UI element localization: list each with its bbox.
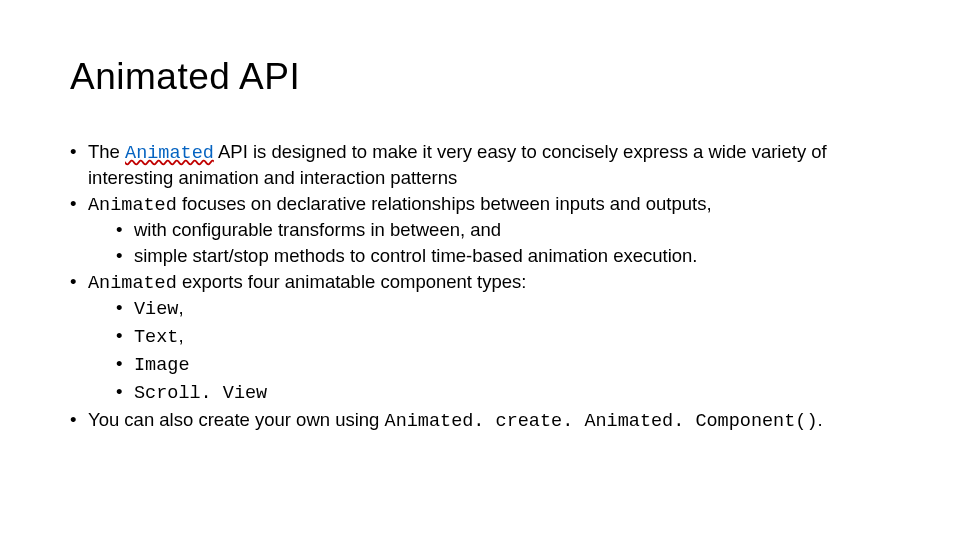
text: with configurable transforms in between,…	[134, 219, 501, 240]
bullet-list: The Animated API is designed to make it …	[70, 140, 890, 435]
slide-content: The Animated API is designed to make it …	[70, 140, 890, 435]
text: .	[818, 409, 823, 430]
sub-bullet-list: View, Text, Image Scroll. View	[88, 296, 890, 406]
sub-bullet-item: View,	[116, 296, 890, 322]
code-text: Animated. create. Animated. Component()	[385, 411, 818, 432]
sub-bullet-item: Scroll. View	[116, 380, 890, 406]
sub-bullet-item: Text,	[116, 324, 890, 350]
bullet-item: The Animated API is designed to make it …	[70, 140, 890, 190]
code-text: Animated	[88, 195, 177, 216]
text: ,	[178, 297, 183, 318]
text: You can also create your own using	[88, 409, 385, 430]
text: The	[88, 141, 125, 162]
sub-bullet-item: with configurable transforms in between,…	[116, 218, 890, 242]
bullet-item: Animated exports four animatable compone…	[70, 270, 890, 406]
animated-link[interactable]: Animated	[125, 143, 214, 164]
bullet-item: Animated focuses on declarative relation…	[70, 192, 890, 268]
code-text: Image	[134, 355, 190, 376]
text: exports four animatable component types:	[177, 271, 527, 292]
text: simple start/stop methods to control tim…	[134, 245, 698, 266]
sub-bullet-list: with configurable transforms in between,…	[88, 218, 890, 268]
bullet-item: You can also create your own using Anima…	[70, 408, 890, 434]
code-text: View	[134, 299, 178, 320]
text: focuses on declarative relationships bet…	[177, 193, 712, 214]
text: ,	[178, 325, 183, 346]
slide: Animated API The Animated API is designe…	[0, 0, 960, 540]
sub-bullet-item: Image	[116, 352, 890, 378]
slide-title: Animated API	[70, 56, 890, 98]
code-text: Text	[134, 327, 178, 348]
code-text: Scroll. View	[134, 383, 267, 404]
sub-bullet-item: simple start/stop methods to control tim…	[116, 244, 890, 268]
code-text: Animated	[88, 273, 177, 294]
